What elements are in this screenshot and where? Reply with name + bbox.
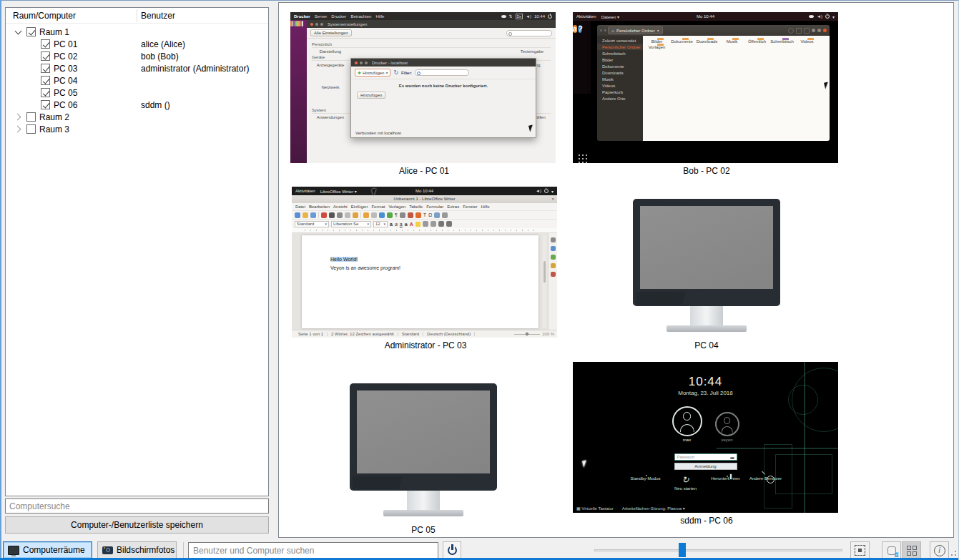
view-list-icon [796, 28, 802, 34]
tree-row-raum-1[interactable]: Raum 1 [6, 26, 268, 38]
checkbox[interactable] [26, 27, 36, 36]
filter-label: Filter: [401, 71, 412, 75]
hyperlink-icon [434, 212, 440, 218]
tree-row-pc-05[interactable]: PC 05 [6, 87, 268, 99]
autofit-icon-size-button[interactable] [850, 541, 870, 559]
window-border-top [0, 0, 959, 1]
power-icon [544, 189, 549, 193]
checkbox[interactable] [41, 51, 50, 61]
tree-column-separator[interactable] [137, 9, 137, 22]
sidebar-item: Persönlicher Ordner [597, 44, 643, 50]
screenshot-pc03: Mo 10:44 Aktivitäten LibreOffice Writer … [292, 187, 557, 338]
tree-header: Raum/Computer Benutzer [6, 8, 268, 24]
thumbnail-caption: sddm - PC 06 [573, 516, 840, 526]
tree-column-user-header[interactable]: Benutzer [141, 11, 175, 21]
sidebar-item: Musik [597, 76, 643, 82]
menu-item: Betrachten [350, 14, 371, 19]
checkbox[interactable] [41, 76, 50, 85]
section-label: Persönlich [312, 42, 551, 48]
tree-row-pc-06[interactable]: PC 06 sddm () [6, 99, 268, 111]
scrollbar [543, 235, 546, 328]
fit-to-size-icon [855, 545, 865, 556]
checkbox[interactable] [41, 100, 50, 109]
computer-search-input[interactable] [5, 498, 269, 514]
user-max: max [672, 406, 702, 442]
checkbox[interactable] [41, 64, 50, 73]
align-left-icon [438, 221, 444, 227]
formatting-marks-icon: ¶ [395, 212, 398, 218]
export-pdf-icon [321, 212, 327, 218]
close-icon [355, 62, 358, 64]
info-icon [934, 545, 945, 556]
custom-arrangement-button[interactable] [882, 541, 901, 559]
chevron-right-icon[interactable] [14, 125, 23, 134]
veyon-master-window: { "window": { "accent_color": "#0078d7",… [0, 0, 959, 560]
login-bottom-bar: ▦ Virtuelle Tastatur Arbeitsflächen-Sitz… [576, 506, 685, 511]
align-to-grid-button[interactable] [902, 541, 921, 559]
menu-item: Einfügen [351, 205, 368, 209]
show-password-icon [730, 457, 734, 459]
save-icon [310, 212, 316, 218]
chevron-down-icon[interactable] [14, 28, 23, 36]
password-placeholder: Passwort [677, 455, 695, 459]
item-label: Anzeigegeräte [317, 63, 345, 67]
computer-thumbnail-pc05[interactable]: PC 05 [290, 371, 557, 535]
numbered-list-icon [431, 221, 436, 227]
bullet-list-icon [423, 221, 428, 227]
power-icon [447, 545, 458, 556]
monitor-icon [350, 383, 497, 516]
save-computer-list-button[interactable]: Computer-/Benutzerliste speichern [5, 516, 269, 534]
minimize-icon [812, 29, 815, 32]
sidebar-item: Papierkorb [597, 89, 643, 95]
insert-chart-icon [415, 212, 421, 218]
tree-row-label: Raum 1 [39, 27, 69, 37]
resize-grip[interactable] [955, 554, 956, 556]
tree-row-raum-2[interactable]: Raum 2 [6, 111, 268, 123]
chevron-right-icon[interactable] [14, 113, 23, 122]
folder-item: Videos [795, 39, 820, 44]
clock: 10:44 [573, 375, 838, 389]
slider-groove[interactable] [594, 549, 842, 551]
indicator-area: ◄) ▾ [536, 189, 554, 194]
power-control-button[interactable] [443, 541, 461, 559]
checkbox[interactable] [41, 88, 50, 97]
tree-column-room-header[interactable]: Raum/Computer [13, 11, 76, 21]
tree-row-pc-04[interactable]: PC 04 [6, 74, 268, 87]
thumbnail-caption: Administrator - PC 03 [292, 340, 559, 350]
insert-table-icon [400, 212, 405, 218]
tree-row-pc-01[interactable]: PC 01 alice (Alice) [6, 38, 268, 50]
screenshots-button[interactable]: Bildschirmfotos [97, 541, 177, 559]
about-button[interactable] [930, 541, 949, 559]
menu-item: Hilfe [375, 14, 384, 19]
tree-row-pc-03[interactable]: PC 03 administrator (Administrator) [6, 62, 268, 74]
computer-thumbnail-pc02[interactable]: Mo 10:44 Aktivitäten Dateien ▾ ◄) ▾ a ? [573, 12, 840, 176]
login-clock: 10:44 Montag, 23. Juli 2018 [573, 375, 838, 396]
close-icon [310, 23, 313, 26]
insert-image-icon [408, 212, 413, 218]
icon-size-slider[interactable] [594, 541, 842, 559]
suspend-action: Standby-Modus [629, 475, 662, 491]
zoom-slider-handle[interactable] [679, 543, 686, 557]
tree-row-pc-02[interactable]: PC 02 bob (Bob) [6, 50, 268, 62]
keyboard-layout-indicator: De [516, 14, 523, 19]
app-menu: Dateien ▾ [601, 14, 619, 19]
print-icon [329, 212, 335, 218]
properties-icon [551, 237, 556, 242]
checkbox[interactable] [41, 39, 50, 49]
computer-thumbnail-pc04[interactable]: PC 04 [573, 187, 840, 350]
computer-thumbnail-pc01[interactable]: DruckerServerDruckerBetrachtenHilfe ⇅ De… [290, 12, 558, 176]
files-headerbar: ‹ › ⌂Persönlicher Ordner▾ [597, 25, 830, 36]
align-center-icon [446, 221, 452, 227]
computer-thumbnail-pc03[interactable]: Mo 10:44 Aktivitäten LibreOffice Writer … [292, 187, 559, 350]
checkbox[interactable] [26, 112, 36, 122]
camera-icon [102, 546, 113, 554]
status-item: Standard [398, 332, 423, 336]
computer-thumbnail-pc06[interactable]: 10:44 Montag, 23. Juli 2018 max veyon Pa… [573, 362, 840, 526]
computer-rooms-button[interactable]: Computerräume [3, 541, 92, 559]
maximize-icon [365, 62, 368, 64]
tree-row-raum-3[interactable]: Raum 3 [6, 123, 268, 135]
user-computer-search-input[interactable] [188, 542, 438, 559]
thumbnail-caption: PC 05 [290, 525, 557, 535]
checkbox[interactable] [26, 124, 36, 134]
activities-button: Aktivitäten [576, 14, 596, 19]
